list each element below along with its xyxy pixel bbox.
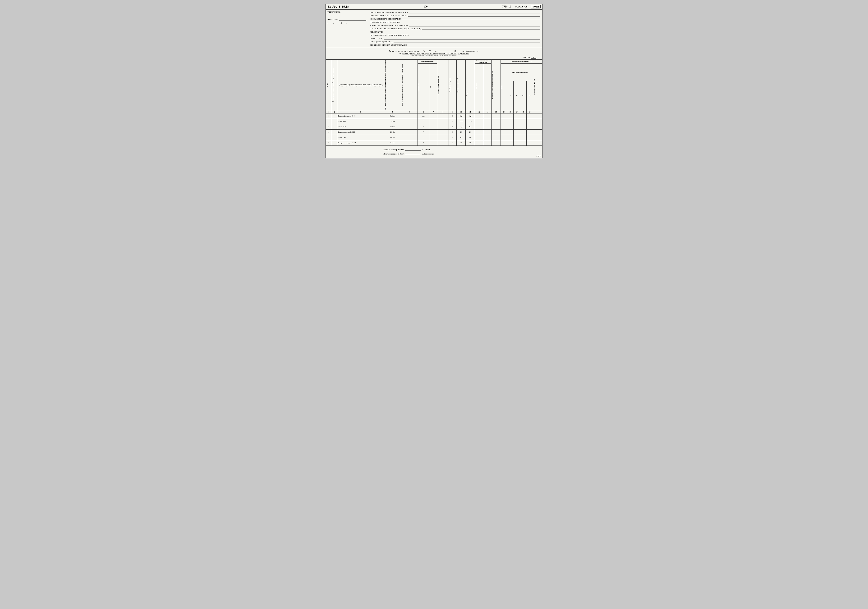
- table-cell: 6: [326, 140, 332, 146]
- table-cell: [507, 124, 513, 129]
- th-ozhid: в т. ч. на складе: [474, 64, 484, 111]
- table-cell: [526, 135, 533, 140]
- dept-head-name: С. Радзиевская: [422, 153, 433, 155]
- table-cell: [526, 129, 533, 135]
- spec-no-label: №: [423, 50, 425, 52]
- table-cell: [520, 113, 526, 119]
- table-cell: Конденсатоотводчик 25-54: [337, 140, 384, 146]
- org-row-1: Проектная организация–разработчик: [370, 14, 540, 17]
- table-cell: 15с22нж: [384, 113, 401, 119]
- table-cell: 15б16к: [384, 135, 401, 140]
- na-row: на узла ввода пара и вывода конденсата р…: [328, 52, 540, 54]
- table-cell: [401, 135, 418, 140]
- table-cell: [401, 129, 418, 135]
- sig-row-dept: Начальник отдела ТПСиВ С. Радзиевская: [383, 152, 536, 155]
- table-cell: [491, 129, 501, 135]
- nachalnik-line: [339, 18, 366, 20]
- table-cell: 2: [326, 119, 332, 124]
- spec-title: З а к а з н а я с п е ц и ф и к а ц и я: [389, 50, 419, 52]
- table-cell: [429, 124, 437, 129]
- table-cell: [437, 140, 449, 146]
- table-cell: То же, 40-40: [337, 124, 384, 129]
- col-num-16: 16: [507, 111, 513, 113]
- th-vsego: всего: [501, 64, 507, 111]
- table-cell: [484, 129, 491, 135]
- table-cell: 2,1: [466, 129, 474, 135]
- nachalnik-row: НАЧАЛЬНИК: [327, 18, 366, 20]
- center-number: 100: [424, 5, 428, 8]
- table-cell: [437, 124, 449, 129]
- table-cell: [513, 113, 520, 119]
- th-ed-kod: код: [429, 64, 437, 111]
- table-cell: [513, 129, 520, 135]
- header-section: УТВЕРЖДАЮ: НАЧАЛЬНИК « » 19 г. Генеральн…: [326, 9, 542, 48]
- list-label: ЛИСТ №: [523, 56, 530, 59]
- table-cell: [491, 140, 501, 146]
- th-name: Наименование и техническая характеристик…: [337, 60, 384, 111]
- table-cell: [429, 119, 437, 124]
- list-row: ЛИСТ № I: [328, 56, 540, 59]
- table-cell: 6,0: [466, 140, 474, 146]
- table-cell: [533, 140, 542, 146]
- table-cell: 1: [449, 129, 457, 135]
- table-cell: То же, 25-16: [337, 135, 384, 140]
- table-cell: [474, 124, 484, 129]
- table-cell: [501, 124, 507, 129]
- th-zayav: Заявленная разработчиком планируемый год: [491, 60, 501, 111]
- table-cell: [474, 129, 484, 135]
- table-cell: 15б16к: [384, 129, 401, 135]
- table-cell: [437, 113, 449, 119]
- table-cell: [520, 140, 526, 146]
- spec-total-sheets: I: [479, 50, 479, 52]
- table-cell: [437, 129, 449, 135]
- table-cell: [520, 135, 526, 140]
- th-kod-ob: Код оборудования, материалов: [437, 60, 449, 111]
- table-row: 6Конденсатоотводчик 25-5445с13нж"16,06,0: [326, 140, 542, 146]
- table-cell: [429, 113, 437, 119]
- table-cell: [429, 129, 437, 135]
- sig-row-chief: Главный инженер проекта А. Уманец: [383, 147, 536, 151]
- table-cell: ": [418, 129, 429, 135]
- table-cell: [513, 140, 520, 146]
- date-quote-close: »: [333, 22, 334, 24]
- table-cell: [484, 140, 491, 146]
- table-cell: 22,4: [456, 113, 465, 119]
- table-cell: [474, 119, 484, 124]
- org-row-2: Комплектующая организация: [370, 17, 540, 20]
- org-row-7: Объект (производственная мощность): [370, 34, 540, 36]
- th-prinyata-header: Принятая потребность на 19___ г.: [501, 60, 542, 64]
- table-cell: [501, 129, 507, 135]
- th-q1: I: [507, 81, 513, 111]
- table-cell: [484, 124, 491, 129]
- col-num-18: 18: [520, 111, 526, 113]
- table-cell: [332, 113, 337, 119]
- th-num: № п. п.: [326, 60, 332, 111]
- th-zavod: Завод–изготовитель (для импортного обору…: [401, 60, 418, 111]
- table-cell: шт.: [418, 113, 429, 119]
- th-q4: IV: [526, 81, 533, 111]
- right-header: Генеральная проектная организация Проект…: [368, 9, 542, 48]
- th-sklad: [484, 64, 491, 111]
- table-cell: 1: [449, 140, 457, 146]
- table-cell: [526, 140, 533, 146]
- org-row-6: Предприятие: [370, 30, 540, 33]
- col-num-4: 4: [384, 111, 401, 113]
- th-stoit: Стоимость всего, тыс. руб.: [533, 64, 542, 111]
- table-cell: [429, 135, 437, 140]
- table-cell: [533, 124, 542, 129]
- table-num-row: 1 2 3 4 5 6 7 8 ·9 10 11 12 13 14 15 16 …: [326, 111, 542, 113]
- table-cell: [491, 135, 501, 140]
- utv-line: [327, 14, 366, 17]
- table-cell: [526, 119, 533, 124]
- table-cell: [474, 140, 484, 146]
- table-cell: [401, 124, 418, 129]
- spec-na-text: узла ввода пара и вывода конденсата резе…: [402, 52, 469, 54]
- org-row-8: ГУМТС (УМТС): [370, 37, 540, 39]
- table-cell: 1: [449, 113, 457, 119]
- table-cell: 5: [326, 135, 332, 140]
- table-cell: [533, 113, 542, 119]
- table-cell: [501, 113, 507, 119]
- table-cell: 12,8: [456, 119, 465, 124]
- table-row: 4Вентиль муфтовый 40-1615б16к"12,12,1: [326, 129, 542, 135]
- th-potr-complex: Потребность на пусковой комплекс: [466, 60, 474, 111]
